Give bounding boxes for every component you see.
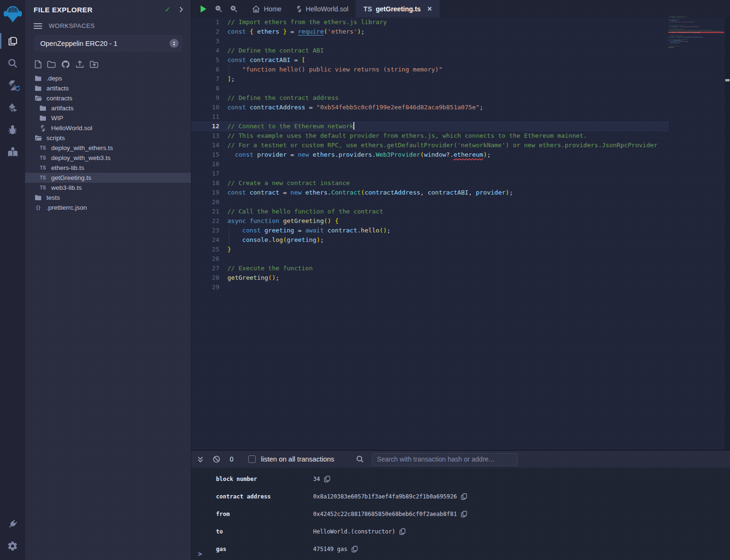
copy-icon[interactable] bbox=[351, 546, 358, 552]
line-number: 23 bbox=[191, 226, 227, 235]
accept-check-icon[interactable]: ✓ bbox=[164, 5, 171, 14]
terminal-prompt[interactable]: > bbox=[198, 550, 202, 558]
panel-header: FILE EXPLORER ✓ bbox=[25, 0, 191, 18]
workspace-select[interactable]: OpenZeppelin ERC20 - 1 ▲▼ bbox=[34, 35, 182, 52]
remix-logo[interactable] bbox=[0, 3, 25, 25]
run-script-button[interactable] bbox=[199, 5, 207, 13]
solidity-icon bbox=[297, 6, 302, 12]
tab-close-icon[interactable]: × bbox=[427, 5, 432, 13]
deploy-run-icon[interactable] bbox=[0, 97, 25, 119]
code-editor[interactable]: 1// Import ethers from the ethers.js lib… bbox=[191, 18, 668, 450]
typescript-icon: TS bbox=[39, 165, 47, 170]
line-number: 9 bbox=[191, 93, 227, 103]
code-line-28: 28getGreeting(); bbox=[191, 273, 668, 283]
tab-helloworld-sol[interactable]: HelloWorld.sol bbox=[289, 0, 356, 18]
tree-item-getgreeting-ts[interactable]: TSgetGreeting.ts bbox=[25, 173, 191, 183]
line-number: 1 bbox=[191, 18, 227, 27]
tree-item-deploy-with-ethers-ts[interactable]: TSdeploy_with_ethers.ts bbox=[25, 143, 191, 153]
upload-file-icon[interactable] bbox=[75, 60, 84, 69]
book-reader-icon[interactable] bbox=[0, 141, 25, 163]
settings-gear-icon[interactable] bbox=[0, 535, 25, 557]
minimap[interactable]: // Import ethers from the ethers.js libr… bbox=[668, 16, 725, 58]
line-number: 24 bbox=[191, 235, 227, 245]
code-line-14: 14// For a testnet or custom RPC, use et… bbox=[191, 141, 668, 150]
code-line-12: 12// Connect to the Ethereum network bbox=[191, 122, 668, 131]
panel-title: FILE EXPLORER bbox=[34, 6, 164, 14]
workspaces-menu-icon[interactable] bbox=[34, 23, 42, 29]
file-explorer-icon[interactable] bbox=[0, 30, 25, 52]
tree-item-label: tests bbox=[46, 194, 60, 201]
clear-console-icon[interactable] bbox=[213, 455, 220, 463]
transaction-count: 0 bbox=[230, 455, 234, 463]
terminal-collapse-icon[interactable] bbox=[197, 456, 204, 463]
terminal-row-value: 0x42452c22c88178685850e68beb6cf0f2aeab8f… bbox=[313, 511, 467, 517]
tree-item-tests[interactable]: tests bbox=[25, 193, 191, 203]
line-content bbox=[227, 197, 668, 207]
file-tree: .depsartifactscontractsartifactsWIPHello… bbox=[25, 73, 191, 213]
tree-item-web3-lib-ts[interactable]: TSweb3-lib.ts bbox=[25, 183, 191, 193]
tree-item-label: artifacts bbox=[46, 85, 69, 92]
github-icon[interactable] bbox=[61, 60, 70, 69]
line-number: 10 bbox=[191, 103, 227, 112]
tree-item-deploy-with-web3-ts[interactable]: TSdeploy_with_web3.ts bbox=[25, 153, 191, 163]
tree-item-ethers-lib-ts[interactable]: TSethers-lib.ts bbox=[25, 163, 191, 173]
terminal-output: block number34contract address0x8a120383… bbox=[191, 468, 730, 558]
listen-transactions-checkbox[interactable] bbox=[248, 455, 256, 463]
tree-item-wip[interactable]: WIP bbox=[25, 113, 191, 123]
copy-icon[interactable] bbox=[399, 528, 406, 535]
terminal-row-key: contract address bbox=[216, 493, 313, 500]
tree-item-label: web3-lib.ts bbox=[51, 184, 82, 191]
chevron-right-icon[interactable] bbox=[179, 6, 183, 13]
code-line-19: 19const contract = new ethers.Contract(c… bbox=[191, 188, 668, 197]
solidity-compiler-icon[interactable] bbox=[0, 74, 25, 97]
tree-item-scripts[interactable]: scripts bbox=[25, 133, 191, 143]
terminal-search-input[interactable] bbox=[372, 453, 518, 466]
line-number: 4 bbox=[191, 46, 227, 55]
editor-actions bbox=[191, 0, 244, 18]
search-icon[interactable] bbox=[0, 52, 25, 74]
zoom-in-icon[interactable] bbox=[230, 5, 238, 13]
tab-label: Home bbox=[264, 5, 281, 13]
tab-home[interactable]: Home bbox=[244, 0, 289, 18]
tree-item-artifacts[interactable]: artifacts bbox=[25, 83, 191, 93]
tree-item--deps[interactable]: .deps bbox=[25, 73, 191, 83]
terminal-row-to: toHelloWorld.(constructor) bbox=[191, 523, 730, 540]
line-content: const greeting = await contract.hello(); bbox=[227, 226, 668, 235]
minimap-line bbox=[668, 48, 724, 49]
tree-item-helloworld-sol[interactable]: HelloWorld.sol bbox=[25, 123, 191, 133]
terminal-row-gas: gas475149 gas bbox=[191, 540, 730, 558]
tree-item-label: .deps bbox=[46, 75, 62, 82]
tree-item--prettierrc-json[interactable]: { }.prettierrc.json bbox=[25, 203, 191, 213]
tree-item-contracts[interactable]: contracts bbox=[25, 93, 191, 103]
line-content bbox=[227, 169, 668, 178]
terminal-row-value: 475149 gas bbox=[313, 546, 358, 552]
create-folder-icon[interactable] bbox=[47, 61, 56, 68]
line-content: console.log(greeting); bbox=[227, 235, 668, 245]
copy-icon[interactable] bbox=[461, 493, 467, 500]
tree-item-label: scripts bbox=[46, 134, 65, 142]
folder-open-icon bbox=[34, 135, 42, 141]
code-line-20: 20 bbox=[191, 197, 668, 207]
tab-bar: HomeHelloWorld.solTSgetGreeting.ts× bbox=[191, 0, 730, 18]
tree-item-artifacts[interactable]: artifacts bbox=[25, 103, 191, 113]
upload-folder-icon[interactable] bbox=[90, 61, 99, 68]
code-line-29: 29 bbox=[191, 283, 668, 292]
line-content: // Define the contract ABI bbox=[227, 46, 668, 55]
code-line-13: 13// This example uses the default provi… bbox=[191, 131, 668, 141]
line-content: // Import ethers from the ethers.js libr… bbox=[227, 18, 668, 27]
zoom-out-icon[interactable] bbox=[215, 5, 223, 13]
create-file-icon[interactable] bbox=[35, 60, 42, 69]
line-number: 3 bbox=[191, 36, 227, 46]
typescript-icon: TS bbox=[39, 145, 47, 151]
line-content: // Define the contract address bbox=[227, 93, 668, 103]
copy-icon[interactable] bbox=[324, 476, 330, 482]
editor-scrollbar[interactable] bbox=[725, 18, 730, 450]
line-number: 5 bbox=[191, 55, 227, 65]
copy-icon[interactable] bbox=[461, 511, 467, 517]
debugger-icon[interactable] bbox=[0, 119, 25, 141]
terminal-search-icon bbox=[356, 455, 364, 463]
text-cursor bbox=[353, 122, 354, 130]
compiler-refresh-icon bbox=[14, 85, 21, 94]
tab-getgreeting-ts[interactable]: TSgetGreeting.ts× bbox=[356, 0, 439, 18]
plugin-manager-plug-icon[interactable] bbox=[0, 513, 25, 535]
